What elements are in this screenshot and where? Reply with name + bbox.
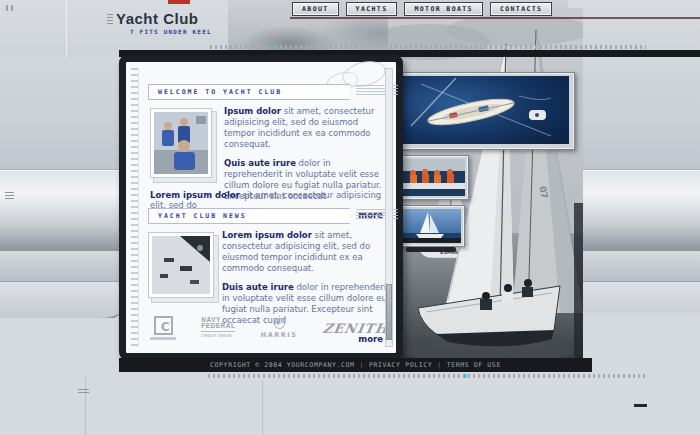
bg-band-curved bbox=[0, 282, 136, 320]
panel-scrollbar-track[interactable] bbox=[385, 68, 393, 347]
nav-button-about[interactable]: ABOUT bbox=[292, 2, 339, 16]
welcome-paragraph-1: Ipsum dolor sit amet, consectetur adipis… bbox=[224, 106, 390, 150]
ruler-mark-left bbox=[5, 192, 14, 199]
news-heading: YACHT CLUB NEWS bbox=[158, 212, 247, 220]
footer-privacy-link[interactable]: PRIVACY POLICY bbox=[369, 361, 432, 369]
news-thumbnail-deck[interactable] bbox=[148, 232, 214, 298]
cyan-dot bbox=[270, 45, 273, 49]
bottom-dotted-divider bbox=[208, 374, 648, 378]
nav-underline bbox=[290, 17, 700, 19]
footer-terms-link[interactable]: TERMS OF USE bbox=[447, 361, 501, 369]
framed-photo-aerial-yacht[interactable] bbox=[397, 72, 575, 150]
yacht-club-page: ESPAÑA UKR 07 bbox=[0, 0, 700, 435]
panel-scrollbar-handle[interactable] bbox=[386, 284, 392, 340]
nav-button-contacts[interactable]: CONTACTS bbox=[490, 2, 553, 16]
welcome-footnote: Lorem ipsum dolor sit amet, consectetur … bbox=[150, 190, 394, 210]
welcome-heading: WELCOME TO YACHT CLUB bbox=[158, 88, 282, 96]
news-paragraph-1: Lorem ipsum dolor sit amet, consectetur … bbox=[222, 230, 390, 274]
ruler-mark-bottom bbox=[78, 389, 89, 393]
welcome-thumbnail-crew[interactable] bbox=[150, 108, 212, 178]
perforation-strip bbox=[131, 68, 139, 347]
panel-seam bbox=[66, 0, 67, 57]
cyan-dot bbox=[464, 374, 467, 378]
sponsor-logo-chubb[interactable]: C bbox=[150, 316, 176, 340]
corner-dots bbox=[6, 5, 16, 11]
photo-stand bbox=[406, 247, 456, 252]
news-section-header: YACHT CLUB NEWS bbox=[148, 208, 350, 224]
logo-title: Yacht Club bbox=[116, 11, 286, 27]
welcome-section-header: WELCOME TO YACHT CLUB bbox=[148, 84, 350, 100]
content-panel: WELCOME TO YACHT CLUB Ipsum dolor sit am… bbox=[119, 55, 403, 360]
nav-button-motor-boats[interactable]: MOTOR BOATS bbox=[404, 2, 482, 16]
harris-circle-icon: ✚ bbox=[274, 318, 285, 329]
panel-seam bbox=[262, 380, 263, 435]
bg-band-right bbox=[583, 282, 700, 312]
sponsor-logo-harris[interactable]: ✚ HARRIS bbox=[261, 318, 298, 339]
footer-bar: COPYRIGHT © 2004 YOURCOMPANY.COM | PRIVA… bbox=[119, 358, 592, 372]
panel-seam bbox=[85, 378, 86, 435]
nav-button-yachts[interactable]: YACHTS bbox=[346, 2, 398, 16]
chubb-wordmark-bar bbox=[150, 337, 176, 340]
red-accent-tab bbox=[168, 0, 190, 4]
main-nav: ABOUT YACHTS MOTOR BOATS CONTACTS bbox=[292, 2, 552, 16]
logo-tick-marks bbox=[107, 14, 113, 24]
top-dotted-divider bbox=[210, 45, 646, 49]
chubb-square-icon: C bbox=[154, 316, 173, 335]
footer-copyright: COPYRIGHT © 2004 YOURCOMPANY.COM bbox=[210, 361, 354, 369]
framed-photo-crew[interactable] bbox=[397, 155, 469, 200]
logo-tagline: 7 FITS UNDER KEEL bbox=[116, 28, 286, 35]
site-logo[interactable]: Yacht Club 7 FITS UNDER KEEL bbox=[116, 11, 286, 35]
sponsor-logos-row: C NAVY FEDERAL CREDIT UNION ✚ HARRIS ZEN… bbox=[150, 309, 388, 347]
framed-photo-sailboat[interactable] bbox=[397, 205, 465, 247]
sponsor-logo-navy-federal[interactable]: NAVY FEDERAL CREDIT UNION bbox=[201, 317, 235, 340]
sponsor-logo-zenith[interactable]: ZENITH bbox=[321, 321, 389, 336]
ruler-mark-right bbox=[634, 404, 647, 407]
